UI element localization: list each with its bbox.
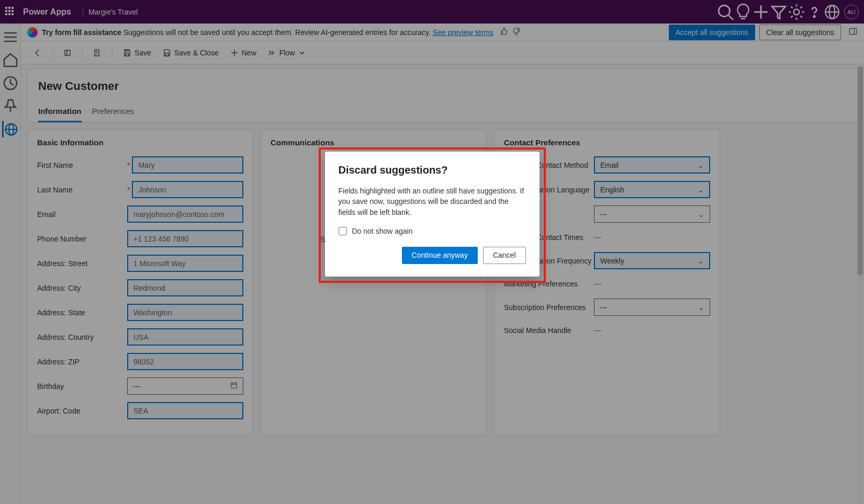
- annotation-highlight: [319, 147, 546, 283]
- modal-overlay: Discard suggestions? Fields highlighted …: [0, 0, 864, 504]
